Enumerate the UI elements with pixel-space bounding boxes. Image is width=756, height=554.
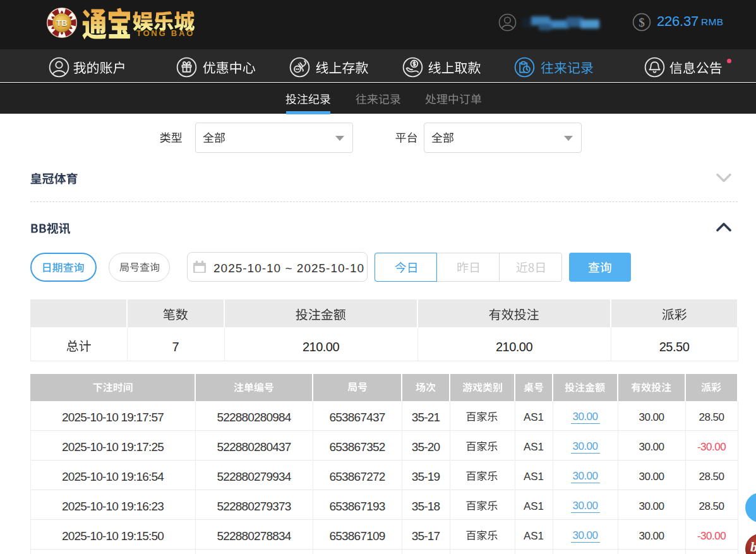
svg-text:$: $ (639, 16, 645, 29)
svg-text:TB: TB (56, 18, 67, 28)
